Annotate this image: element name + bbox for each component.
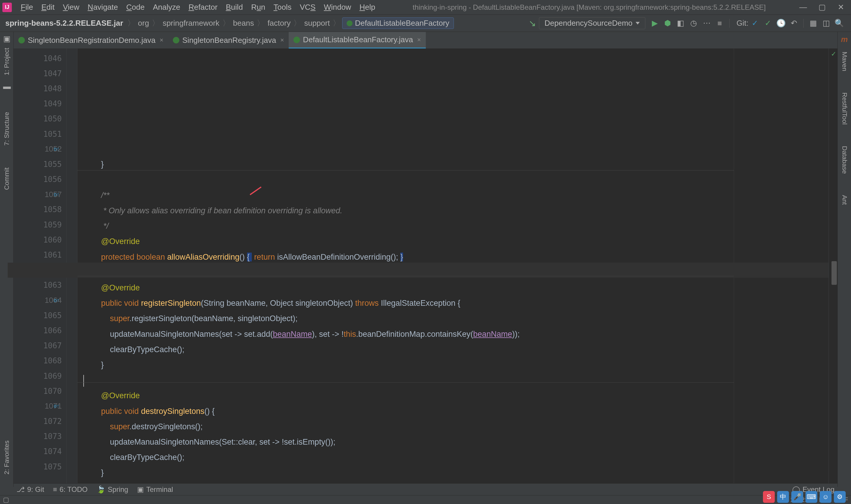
commit-tool-button[interactable]: Commit <box>3 166 11 192</box>
line-number[interactable]: 1061 <box>14 247 67 262</box>
breadcrumb-springframework[interactable]: springframework <box>161 19 220 28</box>
menu-view[interactable]: View <box>59 1 84 13</box>
menu-file[interactable]: File <box>17 1 37 13</box>
breadcrumb-support[interactable]: support <box>303 19 331 28</box>
restful-tool-button[interactable]: RestfulTool <box>841 91 848 126</box>
line-number[interactable]: 1069 <box>14 368 67 383</box>
lang-icon[interactable]: 中 <box>777 491 789 503</box>
line-number[interactable]: 1070 <box>14 383 67 398</box>
debug-button[interactable]: ⬢ <box>663 18 673 29</box>
line-number[interactable]: 1075 <box>14 459 67 474</box>
breadcrumb-factory[interactable]: factory <box>266 19 292 28</box>
menu-edit[interactable]: Edit <box>37 1 59 13</box>
editor[interactable]: 1046 1047 1048 1049 1050 1051 1052o↑ 105… <box>14 49 837 487</box>
tab-singleton-demo[interactable]: SingletonBeanRegistrationDemo.java× <box>14 32 168 49</box>
line-number[interactable]: 1055 <box>14 157 67 172</box>
search-everywhere-button[interactable]: 🔍 <box>834 18 845 29</box>
build-icon[interactable]: ↘ <box>529 18 536 29</box>
line-number[interactable]: 1049 <box>14 96 67 111</box>
git-commit-button[interactable]: ✓ <box>763 18 773 29</box>
git-update-button[interactable]: ✓ <box>750 18 760 29</box>
line-number[interactable]: 1046 <box>14 51 67 66</box>
line-number[interactable]: 1068 <box>14 353 67 368</box>
inspection-ok-icon[interactable]: ✓ <box>831 50 836 58</box>
maximize-button[interactable]: ▢ <box>818 3 826 12</box>
tab-singleton-registry[interactable]: SingletonBeanRegistry.java× <box>168 32 289 49</box>
breadcrumb-beans[interactable]: beans <box>232 19 255 28</box>
spring-tool-button[interactable]: 🍃 Spring <box>97 485 128 494</box>
line-number[interactable]: 1071o↑ <box>14 398 67 414</box>
line-number[interactable]: 1066 <box>14 323 67 338</box>
line-number[interactable]: 1063 <box>14 278 67 293</box>
stop-button[interactable]: ■ <box>714 18 725 29</box>
folder-icon[interactable]: ▬ <box>3 82 10 89</box>
close-icon[interactable]: × <box>160 36 163 44</box>
menu-refactor[interactable]: Refactor <box>184 1 222 13</box>
line-number[interactable]: 1065 <box>14 308 67 323</box>
menu-code[interactable]: Code <box>122 1 149 13</box>
menu-navigate[interactable]: Navigate <box>84 1 122 13</box>
line-number[interactable]: 1056 <box>14 172 67 187</box>
line-number[interactable]: 1057o↑ <box>14 187 67 202</box>
project-icon[interactable]: ▣ <box>3 34 10 41</box>
maven-icon[interactable]: m <box>841 35 848 44</box>
override-icon[interactable]: o↑ <box>54 192 59 198</box>
line-number[interactable]: 1060 <box>14 232 67 247</box>
line-number[interactable]: 1067 <box>14 338 67 353</box>
minimize-button[interactable]: — <box>799 3 807 12</box>
line-number[interactable]: 1052o↑ <box>14 142 67 157</box>
breadcrumb-class[interactable]: DefaultListableBeanFactory <box>342 17 454 29</box>
menu-run[interactable]: Run <box>247 1 270 13</box>
keyboard-icon[interactable]: ⌨ <box>805 491 817 503</box>
code-content[interactable]: } /** * Only allows alias overriding if … <box>77 49 829 487</box>
override-icon[interactable]: o↑ <box>54 297 59 303</box>
error-stripe[interactable]: ✓ <box>829 49 837 487</box>
scrollbar-thumb[interactable] <box>832 261 837 285</box>
override-icon[interactable]: o↑ <box>54 403 59 409</box>
terminal-tool-button[interactable]: ▣ Terminal <box>137 485 173 494</box>
menu-help[interactable]: Help <box>355 1 379 13</box>
menu-tools[interactable]: Tools <box>270 1 296 13</box>
close-button[interactable]: ✕ <box>837 3 845 12</box>
line-number[interactable]: 1064o↑ <box>14 293 67 308</box>
ant-tool-button[interactable]: Ant <box>841 193 848 206</box>
settings-tray-icon[interactable]: ⚙ <box>834 491 846 503</box>
line-number[interactable]: 1051 <box>14 126 67 142</box>
menu-build[interactable]: Build <box>222 1 247 13</box>
emoji-icon[interactable]: ☺ <box>820 491 832 503</box>
menu-window[interactable]: Window <box>320 1 355 13</box>
maven-tool-button[interactable]: Maven <box>841 50 848 73</box>
line-number[interactable]: 1048 <box>14 81 67 96</box>
line-number[interactable]: 1058 <box>14 202 67 217</box>
structure-tool-button[interactable]: 7: Structure <box>3 110 11 147</box>
settings-icon[interactable]: ◫ <box>821 18 832 29</box>
run-button[interactable]: ▶ <box>650 18 660 29</box>
close-icon[interactable]: × <box>417 36 421 44</box>
todo-tool-button[interactable]: ≡ 6: TODO <box>53 485 88 494</box>
menu-analyze[interactable]: Analyze <box>149 1 184 13</box>
profile-button[interactable]: ◷ <box>688 18 699 29</box>
line-number[interactable]: 1074 <box>14 444 67 459</box>
line-number[interactable]: 1050 <box>14 111 67 126</box>
status-icon[interactable]: ▢ <box>3 496 9 504</box>
favorites-tool-button[interactable]: 2: Favorites <box>3 439 11 476</box>
line-number[interactable]: 1047 <box>14 66 67 81</box>
project-tool-button[interactable]: 1: Project <box>3 46 11 77</box>
indent-icon[interactable]: ▦ <box>808 18 818 29</box>
close-icon[interactable]: × <box>280 36 284 44</box>
line-number[interactable]: 1073 <box>14 429 67 444</box>
menu-vcs[interactable]: VCS <box>295 1 320 13</box>
coverage-button[interactable]: ◧ <box>675 18 686 29</box>
breadcrumb-org[interactable]: org <box>137 19 150 28</box>
line-number[interactable]: 1059 <box>14 217 67 232</box>
run-configuration-dropdown[interactable]: DependencySourceDemo <box>539 17 645 29</box>
tab-default-listable[interactable]: DefaultListableBeanFactory.java× <box>289 32 426 49</box>
git-history-button[interactable]: 🕓 <box>776 18 786 29</box>
line-number[interactable]: 1072 <box>14 414 67 429</box>
mic-icon[interactable]: 🎤 <box>791 491 803 503</box>
override-icon[interactable]: o↑ <box>54 146 59 152</box>
attach-button[interactable]: ⋯ <box>702 18 712 29</box>
breadcrumb-jar[interactable]: spring-beans-5.2.2.RELEASE.jar <box>5 19 123 28</box>
git-revert-button[interactable]: ↶ <box>789 18 799 29</box>
database-tool-button[interactable]: Database <box>841 144 848 176</box>
